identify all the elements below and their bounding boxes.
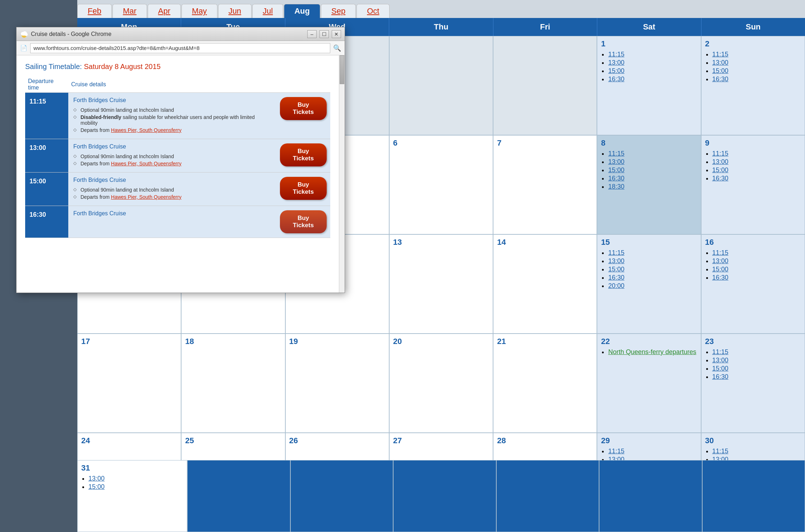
time-link[interactable]: 16:30 [712,274,728,281]
col-action [276,77,330,93]
time-link[interactable]: 15:00 [608,166,624,174]
time-link[interactable]: 11:15 [712,249,728,256]
sailing-date: Saturday 8 August 2015 [84,63,161,70]
cal-empty-bottom-3 [290,460,393,532]
page-content-area: Sailing Timetable: Saturday 8 August 201… [17,55,339,245]
table-row: 16:30 Forth Bridges Cruise Buy Tickets [25,206,330,238]
time-link[interactable]: 16:30 [712,373,728,380]
cal-day-23: 23 11:15 13:00 15:00 16:30 [701,334,805,433]
north-queensferry-link[interactable]: North Queens-ferry departures [608,348,696,356]
time-link[interactable]: 11:15 [608,51,624,58]
chrome-window: Cruise details - Google Chrome – ☐ ✕ 📄 🔍… [16,27,345,293]
time-link[interactable]: 13:00 [712,257,728,265]
hawes-pier-link[interactable]: Hawes Pier, South Queensferry [111,194,181,200]
cal-day-13: 13 [389,234,493,334]
time-link[interactable]: 20:00 [608,282,624,289]
time-link[interactable]: 13:00 [608,158,624,165]
hawes-pier-link[interactable]: Hawes Pier, South Queensferry [111,161,181,166]
time-link[interactable]: 15:00 [88,483,105,490]
scrollbar[interactable] [339,55,345,293]
buy-btn-cell-1115: Buy Tickets [276,93,330,139]
table-row: 15:00 Forth Bridges Cruise Optional 90mi… [25,173,330,206]
maximize-button[interactable]: ☐ [319,30,329,38]
calendar-bottom-row: 31 13:00 15:00 [77,460,805,532]
tab-sep[interactable]: Sep [321,4,356,18]
header-thu: Thu [389,18,493,36]
time-link[interactable]: 16:30 [712,175,728,182]
tab-jul[interactable]: Jul [252,4,283,18]
buy-tickets-button-1115[interactable]: Buy Tickets [280,97,327,120]
time-link[interactable]: 15:00 [608,67,624,74]
buy-btn-cell-1630: Buy Tickets [276,206,330,238]
list-item: Departs from Hawes Pier, South Queensfer… [73,194,271,200]
time-link[interactable]: 15:00 [712,67,728,74]
cal-day-15: 15 11:15 13:00 15:00 16:30 20:00 [597,234,701,334]
list-item: Optional 90min landing at Inchcolm Islan… [73,153,271,159]
chrome-title: Cruise details - Google Chrome [31,31,304,37]
search-icon[interactable]: 🔍 [333,44,341,52]
cal-day-22: 22 North Queens-ferry departures [597,334,701,433]
time-link[interactable]: 18:30 [608,183,624,190]
chrome-favicon [20,30,28,38]
tab-may[interactable]: May [181,4,217,18]
cruise-details-1115: Forth Bridges Cruise Optional 90min land… [68,93,276,139]
time-link[interactable]: 13:00 [712,158,728,165]
tab-aug[interactable]: Aug [284,4,320,18]
time-link[interactable]: 16:30 [712,75,728,83]
time-link[interactable]: 16:30 [608,75,624,83]
time-link[interactable]: 13:00 [88,475,105,482]
tab-mar[interactable]: Mar [112,4,147,18]
time-link[interactable]: 11:15 [608,249,624,256]
time-link[interactable]: 11:15 [712,51,728,58]
time-link[interactable]: 16:30 [608,274,624,281]
time-link[interactable]: 13:00 [608,59,624,66]
header-sat: Sat [597,18,701,36]
minimize-button[interactable]: – [307,30,317,38]
tab-oct[interactable]: Oct [356,4,390,18]
cruise-detail-list: Optional 90min landing at Inchcolm Islan… [73,107,271,133]
cal-day-2: 2 11:15 13:00 15:00 16:30 [701,36,805,135]
time-link[interactable]: 13:00 [712,357,728,364]
col-departure-time: Departure time [25,77,68,93]
time-link[interactable]: 15:00 [608,266,624,273]
time-link[interactable]: 11:15 [608,448,624,455]
list-item: Departs from Hawes Pier, South Queensfer… [73,127,271,133]
cal-date-1: 1 [601,39,697,49]
buy-tickets-button-1300[interactable]: Buy Tickets [280,143,327,166]
list-item: Optional 90min landing at Inchcolm Islan… [73,187,271,193]
time-link[interactable]: 11:15 [712,448,728,455]
scrollbar-thumb[interactable] [340,55,344,84]
tab-jun[interactable]: Jun [218,4,252,18]
time-link[interactable]: 13:00 [608,257,624,265]
tab-apr[interactable]: Apr [148,4,181,18]
close-button[interactable]: ✕ [332,30,341,38]
address-bar-input[interactable] [30,43,330,53]
chrome-addressbar: 📄 🔍 [17,41,345,55]
time-link[interactable]: 13:00 [712,59,728,66]
hawes-pier-link[interactable]: Hawes Pier, South Queensferry [111,127,181,133]
time-link[interactable]: 16:30 [608,175,624,182]
cal-times-1: 11:15 13:00 15:00 16:30 [601,51,697,83]
sailing-timetable: Departure time Cruise details 11:15 Fort… [25,77,330,238]
cal-day-21: 21 [493,334,597,433]
cruise-details-1300: Forth Bridges Cruise Optional 90min land… [68,139,276,173]
buy-btn-cell-1500: Buy Tickets [276,173,330,206]
cruise-details-1500: Forth Bridges Cruise Optional 90min land… [68,173,276,206]
month-tabs: Feb Mar Apr May Jun Jul Aug Sep Oct [77,0,805,18]
cal-day-20: 20 [389,334,493,433]
tab-feb[interactable]: Feb [77,4,112,18]
cal-empty-4 [389,36,493,135]
time-link[interactable]: 11:15 [608,150,624,157]
time-link[interactable]: 15:00 [712,166,728,174]
time-link[interactable]: 11:15 [712,150,728,157]
cal-empty-bottom-5 [496,460,599,532]
table-row: 11:15 Forth Bridges Cruise Optional 90mi… [25,93,330,139]
time-link[interactable]: 11:15 [712,348,728,356]
buy-tickets-button-1500[interactable]: Buy Tickets [280,177,327,200]
cal-empty-bottom-7 [702,460,805,532]
time-link[interactable]: 15:00 [712,365,728,372]
departure-time-1300: 13:00 [25,139,68,173]
buy-tickets-button-1630[interactable]: Buy Tickets [280,210,327,233]
time-link[interactable]: 15:00 [712,266,728,273]
cruise-detail-list: Optional 90min landing at Inchcolm Islan… [73,153,271,166]
